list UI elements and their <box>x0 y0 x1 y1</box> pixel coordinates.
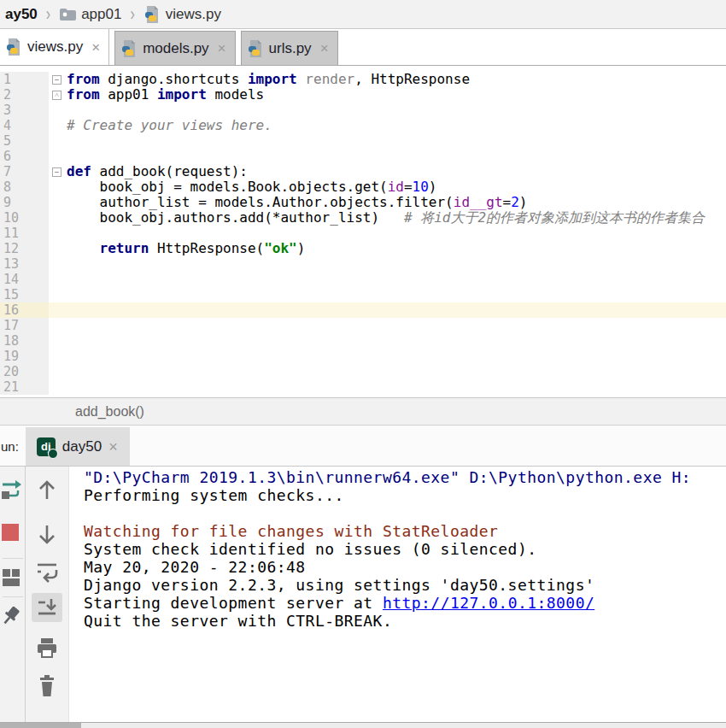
line-number: 5 <box>0 133 49 149</box>
chevron-right-icon: › <box>125 3 139 25</box>
console-line: System check identified no issues (0 sil… <box>84 540 726 558</box>
run-label: un: <box>1 439 19 454</box>
editor-line[interactable]: 5 <box>0 133 726 149</box>
editor-tab-bar: views.py × models.py × url <box>0 29 726 66</box>
console-output[interactable]: "D:\PyCharm 2019.1.3\bin\runnerw64.exe" … <box>68 467 726 722</box>
console-line: "D:\PyCharm 2019.1.3\bin\runnerw64.exe" … <box>84 468 726 486</box>
fold-marker-icon[interactable]: ˄ <box>52 91 61 100</box>
line-number: 8 <box>0 179 49 195</box>
line-number: 7 <box>0 164 49 179</box>
editor-line[interactable]: 21 <box>0 379 726 395</box>
editor-line[interactable]: 7−def add_book(request): <box>0 164 726 179</box>
run-config-tab-day50[interactable]: dj day50 × <box>26 427 130 466</box>
console-toolbar <box>26 467 68 722</box>
python-file-icon <box>247 39 264 58</box>
tab-label: views.py <box>27 38 83 56</box>
print-icon[interactable] <box>35 637 59 660</box>
editor-line[interactable]: 14 <box>0 272 726 287</box>
editor-line[interactable]: 8 book_obj = models.Book.objects.get(id=… <box>0 179 726 195</box>
line-number: 18 <box>0 333 49 349</box>
close-icon[interactable]: × <box>218 41 226 56</box>
editor-line[interactable]: 1−from django.shortcuts import render, H… <box>0 72 726 87</box>
server-url-link[interactable]: http://127.0.0.1:8000/ <box>383 594 594 612</box>
horizontal-scrollbar-thumb[interactable] <box>0 723 81 728</box>
console-line: Watching for file changes with StatReloa… <box>84 522 726 540</box>
editor-line[interactable]: 20 <box>0 364 726 379</box>
down-the-stack-trace-icon[interactable] <box>35 523 59 547</box>
editor-line[interactable]: 6 <box>0 149 726 164</box>
python-file-icon <box>5 38 22 56</box>
editor-line[interactable]: 15 <box>0 287 726 302</box>
pycharm-window: ay50 › app01 › views.py <box>0 0 726 728</box>
tab-label: models.py <box>143 40 208 57</box>
up-the-stack-trace-icon[interactable] <box>35 478 59 502</box>
console-line: May 20, 2020 - 22:06:48 <box>84 558 726 576</box>
close-icon[interactable]: × <box>320 41 329 56</box>
soft-wrap-icon[interactable] <box>35 560 59 584</box>
editor-line[interactable]: 13 <box>0 256 726 272</box>
editor-line[interactable]: 9 author_list = models.Author.objects.fi… <box>0 195 726 210</box>
line-number: 21 <box>0 379 49 395</box>
tab-models-py[interactable]: models.py × <box>114 31 235 65</box>
line-number: 2 <box>0 87 49 103</box>
restore-layout-icon[interactable] <box>1 566 25 590</box>
console-line: Performing system checks... <box>84 486 726 504</box>
close-icon[interactable]: × <box>91 40 100 55</box>
line-number: 17 <box>0 318 49 333</box>
breadcrumb-package[interactable]: app01 <box>56 6 125 23</box>
python-file-icon <box>120 39 138 58</box>
line-number: 3 <box>0 103 49 118</box>
scroll-to-end-icon[interactable] <box>32 593 62 622</box>
editor-structure-bar: add_book() <box>0 397 726 425</box>
line-number: 20 <box>0 364 49 379</box>
chevron-right-icon: › <box>41 3 56 25</box>
run-console: "D:\PyCharm 2019.1.3\bin\runnerw64.exe" … <box>0 466 726 722</box>
editor-line[interactable]: 11 <box>0 226 726 241</box>
horizontal-scrollbar[interactable] <box>0 722 726 728</box>
line-number: 6 <box>0 149 49 164</box>
pin-icon[interactable] <box>1 604 25 628</box>
breadcrumb-file[interactable]: views.py <box>140 5 225 24</box>
toolbar-divider <box>3 596 23 597</box>
line-number: 15 <box>0 287 49 302</box>
line-number: 9 <box>0 195 49 210</box>
line-number: 1 <box>0 72 49 87</box>
editor-line[interactable]: 2˄from app01 import models <box>0 87 726 103</box>
line-number: 11 <box>0 226 49 241</box>
clear-all-icon[interactable] <box>35 674 59 698</box>
console-line: Quit the server with CTRL-BREAK. <box>84 612 726 630</box>
breadcrumb-project[interactable]: ay50 <box>2 6 41 23</box>
editor-line[interactable]: 4# Create your views here. <box>0 118 726 133</box>
line-number: 4 <box>0 118 49 133</box>
tab-urls-py[interactable]: urls.py × <box>241 31 338 65</box>
current-function-label[interactable]: add_book() <box>75 404 144 420</box>
breadcrumb: ay50 › app01 › views.py <box>0 0 726 29</box>
fold-marker-icon[interactable]: − <box>52 75 61 85</box>
console-line: Django version 2.2.3, using settings 'da… <box>84 576 726 594</box>
fold-marker-icon[interactable]: − <box>52 167 61 177</box>
editor-line[interactable]: 19 <box>0 349 726 364</box>
line-number: 10 <box>0 210 49 226</box>
close-icon[interactable]: × <box>108 439 118 455</box>
line-number: 14 <box>0 272 49 287</box>
line-number: 16 <box>0 302 49 318</box>
run-actions-toolbar <box>0 467 26 722</box>
editor-line[interactable]: 17 <box>0 318 726 333</box>
run-tool-window-header: un: dj day50 × <box>0 425 726 466</box>
editor-line[interactable]: 16 <box>0 302 726 318</box>
tab-views-py[interactable]: views.py × <box>0 29 109 65</box>
code-editor[interactable]: 1−from django.shortcuts import render, H… <box>0 66 726 397</box>
editor-line[interactable]: 10 book_obj.authors.add(*author_list) # … <box>0 210 726 226</box>
stop-icon[interactable] <box>1 520 25 544</box>
rerun-icon[interactable] <box>1 478 25 502</box>
toolbar-divider <box>3 558 23 559</box>
tab-label: urls.py <box>269 40 312 57</box>
editor-line[interactable]: 3 <box>0 103 726 118</box>
editor-line[interactable]: 12 return HttpResponse("ok") <box>0 241 726 256</box>
folder-icon <box>59 8 76 21</box>
console-line <box>84 504 726 522</box>
line-number: 12 <box>0 241 49 256</box>
line-number: 13 <box>0 256 49 272</box>
run-tab-label: day50 <box>62 438 102 455</box>
editor-line[interactable]: 18 <box>0 333 726 349</box>
